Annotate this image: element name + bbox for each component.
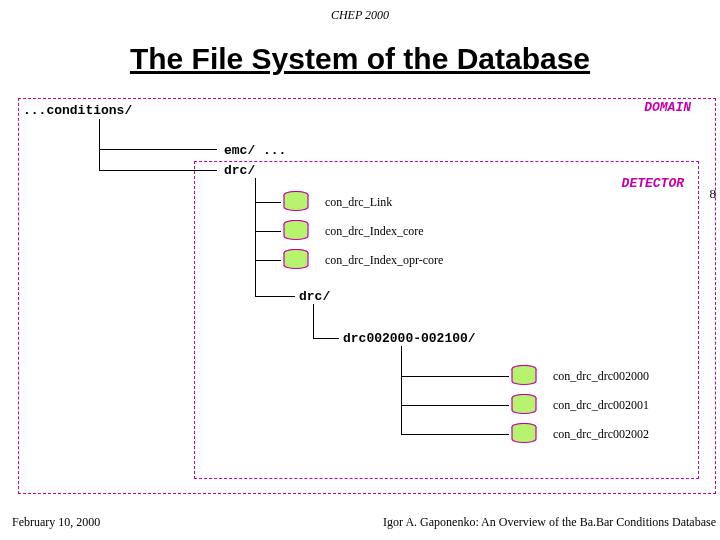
file-label: con_drc_drc002002 xyxy=(553,427,649,442)
tree-line xyxy=(255,260,256,296)
db-cylinder-icon xyxy=(511,426,537,442)
tree-line xyxy=(255,296,295,297)
tree-line xyxy=(255,260,281,261)
tree-line xyxy=(255,202,281,203)
db-cylinder-icon xyxy=(283,252,309,268)
page-number: 8 xyxy=(710,186,717,202)
db-cylinder-icon xyxy=(283,194,309,210)
detector-box: DETECTOR con_drc_Link con_drc_Index_core… xyxy=(194,161,699,479)
event-header: CHEP 2000 xyxy=(0,8,720,23)
db-cylinder-icon xyxy=(511,368,537,384)
tree-line xyxy=(99,149,217,150)
file-label: con_drc_drc002001 xyxy=(553,398,649,413)
domain-box: DOMAIN ...conditions/ emc/ ... drc/ DETE… xyxy=(18,98,716,494)
run-dir-label: drc002000-002100/ xyxy=(343,331,476,346)
db-cylinder-icon xyxy=(283,223,309,239)
tree-line xyxy=(401,376,509,377)
domain-label: DOMAIN xyxy=(640,98,695,117)
tree-line xyxy=(313,338,339,339)
file-label: con_drc_Index_core xyxy=(325,224,424,239)
tree-line xyxy=(313,304,314,338)
tree-line xyxy=(255,231,281,232)
tree-line xyxy=(401,434,509,435)
root-dir-label: ...conditions/ xyxy=(23,103,132,118)
db-cylinder-icon xyxy=(511,397,537,413)
detector-label: DETECTOR xyxy=(622,176,684,191)
emc-label: emc/ ... xyxy=(224,143,286,158)
tree-line xyxy=(401,405,509,406)
file-label: con_drc_Link xyxy=(325,195,392,210)
tree-line xyxy=(255,178,256,260)
tree-line xyxy=(401,346,402,434)
footer-date: February 10, 2000 xyxy=(12,515,100,530)
tree-line xyxy=(99,119,100,171)
footer-author: Igor A. Gaponenko: An Overview of the Ba… xyxy=(383,515,716,530)
file-label: con_drc_drc002000 xyxy=(553,369,649,384)
page-title: The File System of the Database xyxy=(0,42,720,76)
drc-subdir-label: drc/ xyxy=(299,289,330,304)
file-label: con_drc_Index_opr-core xyxy=(325,253,443,268)
